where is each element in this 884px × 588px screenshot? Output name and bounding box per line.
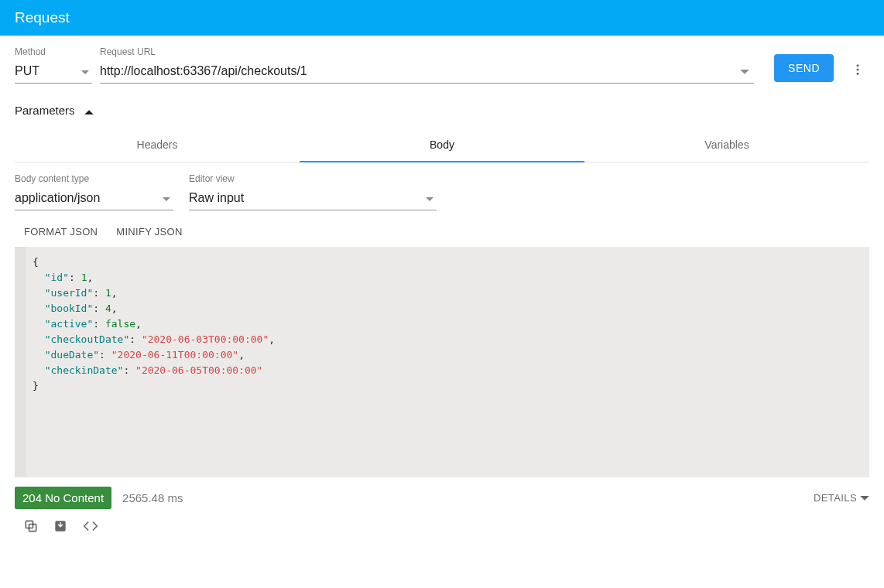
param-tabs: Headers Body Variables: [15, 128, 869, 162]
more-vert-icon[interactable]: [851, 63, 869, 79]
json-actions: FORMAT JSON MINIFY JSON: [0, 210, 884, 247]
svg-point-0: [857, 64, 859, 67]
editor-view-field: Editor view Raw input: [189, 173, 437, 210]
body-content-type-value: application/json: [15, 191, 100, 205]
minify-json-button[interactable]: MINIFY JSON: [116, 226, 182, 238]
details-toggle[interactable]: DETAILS: [814, 492, 869, 504]
chevron-down-icon: [81, 64, 89, 78]
details-label: DETAILS: [814, 492, 857, 504]
method-value: PUT: [15, 64, 39, 78]
tab-variables[interactable]: Variables: [584, 128, 869, 162]
chevron-down-icon[interactable]: [740, 64, 749, 78]
method-field: Method PUT: [15, 46, 92, 84]
chevron-up-icon: [84, 104, 94, 117]
response-timing: 2565.48 ms: [122, 491, 183, 504]
status-badge: 204 No Content: [15, 487, 111, 509]
svg-point-1: [857, 69, 859, 71]
request-line: Method PUT Request URL http://localhost:…: [0, 36, 884, 84]
header-title: Request: [15, 9, 70, 26]
tab-headers[interactable]: Headers: [15, 128, 300, 162]
format-json-button[interactable]: FORMAT JSON: [24, 226, 98, 238]
send-button[interactable]: SEND: [774, 54, 834, 82]
body-editor[interactable]: { "id": 1, "userId": 1, "bookId": 4, "ac…: [15, 247, 869, 477]
url-input[interactable]: http://localhost:63367/api/checkouts/1: [100, 59, 754, 84]
body-content-type-select[interactable]: application/json: [15, 186, 173, 210]
chevron-down-icon: [426, 191, 433, 205]
download-icon[interactable]: [53, 518, 68, 536]
svg-point-2: [857, 73, 859, 75]
parameters-label: Parameters: [15, 104, 75, 117]
app-header: Request: [0, 0, 884, 36]
copy-icon[interactable]: [23, 518, 39, 536]
body-content-type-field: Body content type application/json: [15, 173, 173, 210]
chevron-down-icon: [860, 492, 869, 504]
editor-view-select[interactable]: Raw input: [189, 186, 437, 210]
response-status-row: 204 No Content 2565.48 ms DETAILS: [0, 477, 884, 518]
editor-view-value: Raw input: [189, 191, 244, 205]
url-value: http://localhost:63367/api/checkouts/1: [100, 64, 307, 78]
url-field: Request URL http://localhost:63367/api/c…: [100, 46, 754, 84]
url-label: Request URL: [100, 46, 754, 57]
response-toolbar: [0, 518, 884, 552]
tab-body[interactable]: Body: [300, 128, 584, 162]
chevron-down-icon: [163, 191, 170, 205]
parameters-toggle[interactable]: Parameters: [0, 84, 884, 128]
method-label: Method: [15, 46, 92, 57]
code-icon[interactable]: [82, 518, 99, 536]
body-editor-settings: Body content type application/json Edito…: [0, 162, 884, 210]
body-content-type-label: Body content type: [15, 173, 173, 184]
editor-view-label: Editor view: [189, 173, 437, 184]
method-select[interactable]: PUT: [15, 59, 92, 84]
